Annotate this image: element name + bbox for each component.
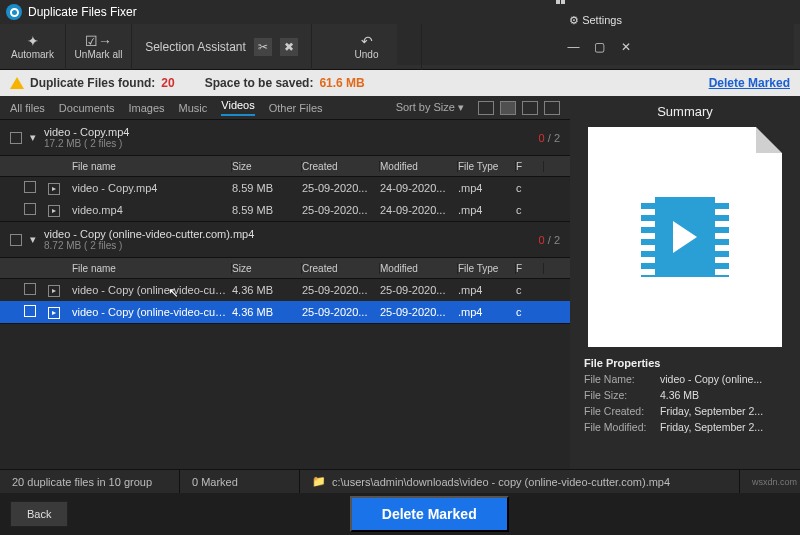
cell-modified: 25-09-2020... bbox=[380, 284, 458, 296]
cell-size: 8.59 MB bbox=[232, 204, 302, 216]
cell-type: .mp4 bbox=[458, 182, 516, 194]
summary-title: Summary bbox=[584, 104, 786, 119]
cell-size: 8.59 MB bbox=[232, 182, 302, 194]
cell-created: 25-09-2020... bbox=[302, 204, 380, 216]
undo-label: Undo bbox=[355, 49, 379, 60]
view-detail-icon[interactable] bbox=[500, 101, 516, 115]
group-header[interactable]: ▾ video - Copy (online-video-cutter.com)… bbox=[0, 222, 570, 257]
cell-size: 4.36 MB bbox=[232, 306, 302, 318]
settings-link[interactable]: Settings bbox=[569, 14, 622, 27]
col-filename[interactable]: File name bbox=[72, 263, 232, 274]
table-row[interactable]: ▸ video.mp4 8.59 MB 25-09-2020... 24-09-… bbox=[0, 199, 570, 221]
row-checkbox[interactable] bbox=[24, 305, 36, 317]
app-logo-icon bbox=[6, 4, 22, 20]
main-area: All files Documents Images Music Videos … bbox=[0, 96, 800, 469]
prop-key: File Created: bbox=[584, 403, 660, 419]
group-count: 0 / 2 bbox=[539, 132, 560, 144]
summary-panel: Summary File Properties File Name:video … bbox=[570, 96, 800, 469]
wand-icon: ✦ bbox=[27, 33, 39, 49]
maximize-button[interactable]: ▢ bbox=[587, 37, 613, 57]
collapse-icon[interactable]: ▾ bbox=[30, 131, 36, 144]
cell-f: c bbox=[516, 284, 544, 296]
group: ▾ video - Copy (online-video-cutter.com)… bbox=[0, 222, 570, 324]
cell-created: 25-09-2020... bbox=[302, 182, 380, 194]
cell-type: .mp4 bbox=[458, 306, 516, 318]
tab-other[interactable]: Other Files bbox=[269, 102, 323, 114]
prop-key: File Modified: bbox=[584, 419, 660, 435]
col-size[interactable]: Size bbox=[232, 263, 302, 274]
play-icon[interactable]: ▸ bbox=[48, 307, 60, 319]
prop-row: File Created:Friday, September 2... bbox=[584, 403, 786, 419]
tab-images[interactable]: Images bbox=[128, 102, 164, 114]
sort-dropdown[interactable]: Sort by Size ▾ bbox=[396, 101, 464, 114]
app-title: Duplicate Files Fixer bbox=[28, 5, 397, 19]
tab-all[interactable]: All files bbox=[10, 102, 45, 114]
selection-assistant-button[interactable]: Selection Assistant ✂ ✖ bbox=[132, 24, 312, 70]
status-dupes: 20 duplicate files in 10 group bbox=[0, 470, 180, 493]
cell-type: .mp4 bbox=[458, 204, 516, 216]
col-modified[interactable]: Modified bbox=[380, 161, 458, 172]
group-title: video - Copy.mp4 bbox=[44, 126, 129, 138]
cell-created: 25-09-2020... bbox=[302, 284, 380, 296]
group-checkbox[interactable] bbox=[10, 132, 22, 144]
close-button[interactable]: ✕ bbox=[613, 37, 639, 57]
play-icon[interactable]: ▸ bbox=[48, 285, 60, 297]
results-panel: All files Documents Images Music Videos … bbox=[0, 96, 570, 469]
prop-row: File Modified:Friday, September 2... bbox=[584, 419, 786, 435]
group-header[interactable]: ▾ video - Copy.mp4 17.2 MB ( 2 files ) 0… bbox=[0, 120, 570, 155]
cell-name: video - Copy (online-video-cutter.... bbox=[72, 306, 232, 318]
cell-name: video - Copy.mp4 bbox=[72, 182, 232, 194]
cell-created: 25-09-2020... bbox=[302, 306, 380, 318]
collapse-icon[interactable]: ▾ bbox=[30, 233, 36, 246]
col-modified[interactable]: Modified bbox=[380, 263, 458, 274]
col-f[interactable]: F bbox=[516, 263, 544, 274]
play-icon[interactable]: ▸ bbox=[48, 183, 60, 195]
col-filetype[interactable]: File Type bbox=[458, 263, 516, 274]
cell-type: .mp4 bbox=[458, 284, 516, 296]
view-grid-icon[interactable] bbox=[522, 101, 538, 115]
filter-tabs: All files Documents Images Music Videos … bbox=[0, 96, 570, 120]
table-row[interactable]: ▸ video - Copy (online-video-cutter.... … bbox=[0, 279, 570, 301]
view-expand-icon[interactable] bbox=[544, 101, 560, 115]
row-checkbox[interactable] bbox=[24, 181, 36, 193]
col-created[interactable]: Created bbox=[302, 263, 380, 274]
col-filename[interactable]: File name bbox=[72, 161, 232, 172]
cell-f: c bbox=[516, 306, 544, 318]
tab-music[interactable]: Music bbox=[179, 102, 208, 114]
table-header: File name Size Created Modified File Typ… bbox=[0, 257, 570, 279]
table-row[interactable]: ▸ video - Copy (online-video-cutter.... … bbox=[0, 301, 570, 323]
col-filetype[interactable]: File Type bbox=[458, 161, 516, 172]
col-size[interactable]: Size bbox=[232, 161, 302, 172]
play-icon[interactable]: ▸ bbox=[48, 205, 60, 217]
prop-value: video - Copy (online... bbox=[660, 371, 786, 387]
group-checkbox[interactable] bbox=[10, 234, 22, 246]
col-created[interactable]: Created bbox=[302, 161, 380, 172]
automark-button[interactable]: ✦ Automark bbox=[0, 24, 66, 70]
table-row[interactable]: ▸ video - Copy.mp4 8.59 MB 25-09-2020...… bbox=[0, 177, 570, 199]
unmark-all-button[interactable]: ☑→ UnMark all bbox=[66, 24, 132, 70]
delete-marked-link[interactable]: Delete Marked bbox=[709, 76, 790, 90]
prop-value: 4.36 MB bbox=[660, 387, 786, 403]
selection-label: Selection Assistant bbox=[145, 40, 246, 54]
titlebar: Duplicate Files Fixer Action Center Sett… bbox=[0, 0, 800, 24]
cell-modified: 25-09-2020... bbox=[380, 306, 458, 318]
notice-bar: Duplicate Files found: 20 Space to be sa… bbox=[0, 70, 800, 96]
tool-icon-2: ✖ bbox=[280, 38, 298, 56]
warning-icon bbox=[10, 77, 24, 89]
col-f[interactable]: F bbox=[516, 161, 544, 172]
footer: Back Delete Marked bbox=[0, 493, 800, 535]
tab-videos[interactable]: Videos bbox=[221, 99, 254, 116]
video-file-icon bbox=[641, 197, 729, 277]
cell-name: video - Copy (online-video-cutter.... bbox=[72, 284, 232, 296]
view-list-icon[interactable] bbox=[478, 101, 494, 115]
delete-marked-button[interactable]: Delete Marked bbox=[350, 496, 509, 532]
row-checkbox[interactable] bbox=[24, 203, 36, 215]
minimize-button[interactable]: ― bbox=[561, 37, 587, 57]
tab-documents[interactable]: Documents bbox=[59, 102, 115, 114]
prop-key: File Name: bbox=[584, 371, 660, 387]
prop-value: Friday, September 2... bbox=[660, 419, 786, 435]
row-checkbox[interactable] bbox=[24, 283, 36, 295]
back-button[interactable]: Back bbox=[10, 501, 68, 527]
undo-button[interactable]: ↶ Undo bbox=[312, 24, 422, 70]
action-center-link[interactable]: Action Center bbox=[556, 0, 634, 4]
